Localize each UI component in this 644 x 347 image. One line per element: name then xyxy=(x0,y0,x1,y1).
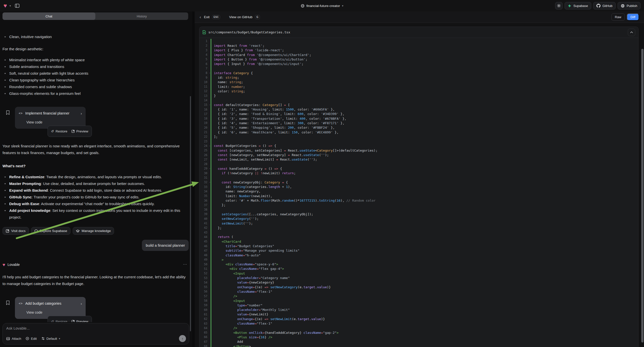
bookmark-icon[interactable] xyxy=(6,300,10,305)
code-line: 49 > xyxy=(200,258,638,262)
code-editor[interactable]: 1 2import React from 'react';3import { P… xyxy=(200,38,638,347)
line-number: 57 xyxy=(200,294,208,298)
code-text: </Button> xyxy=(211,344,251,347)
code-line: 62 onChange={(e) => setNewLimit(e.target… xyxy=(200,317,638,321)
code-text xyxy=(211,140,216,143)
list-item: Soft, neutral color palette with light b… xyxy=(2,70,189,77)
restore-button[interactable]: ↺ Restore xyxy=(51,318,68,322)
chevron-down-icon[interactable]: ▾ xyxy=(10,4,11,8)
assistant-header: ♥ Lovable ⋯ xyxy=(2,261,189,268)
tab-history[interactable]: History xyxy=(95,12,188,20)
github-button[interactable]: GitHub xyxy=(593,2,616,10)
preview-button[interactable]: Preview xyxy=(72,128,88,135)
code-line: 21 { id: '6', name: 'Healthcare', limit:… xyxy=(200,130,638,134)
line-number: 23 xyxy=(200,140,208,143)
code-line: 10 name: string; xyxy=(200,80,638,84)
line-number: 63 xyxy=(200,322,208,325)
chevron-right-icon[interactable]: › xyxy=(81,300,82,307)
code-line: 39 setCategories([...categories, newCate… xyxy=(200,212,638,216)
diff-toggle-button[interactable]: Diff xyxy=(627,14,639,21)
line-number: 17 xyxy=(200,112,208,116)
collapse-file-button[interactable] xyxy=(628,29,635,36)
chevron-right-icon[interactable]: › xyxy=(81,110,82,117)
code-line: 22]; xyxy=(200,134,638,139)
lovable-logo-icon[interactable]: ♥ xyxy=(4,3,7,9)
send-button[interactable]: ↑ xyxy=(179,335,186,342)
code-text: <div className="space-y-6"> xyxy=(211,262,278,266)
attach-button[interactable]: Attach xyxy=(6,337,21,340)
preview-button[interactable]: Preview xyxy=(72,318,88,322)
fold-chevron-icon[interactable]: ⌄ xyxy=(209,144,210,146)
file-header[interactable]: src/components/budget/BudgetCategories.t… xyxy=(200,27,638,38)
code-text: setNewCategory(''); xyxy=(211,217,259,220)
chat-scroll-area[interactable]: Clean, intuitive navigation For the desi… xyxy=(0,22,189,322)
supabase-icon xyxy=(568,4,571,8)
line-number: 31 xyxy=(200,176,208,180)
restore-button[interactable]: ↺ Restore xyxy=(51,128,68,135)
chevron-up-icon xyxy=(630,31,633,33)
view-code-link[interactable]: View code xyxy=(19,309,82,316)
explore-supabase-button[interactable]: Explore Supabase xyxy=(31,227,70,235)
visit-docs-button[interactable]: Visit docs xyxy=(2,227,29,235)
exit-button[interactable]: Exit xyxy=(204,15,210,19)
code-line: 32⌄ const newCategoryObj: Category = { xyxy=(200,180,638,184)
line-number: 5 xyxy=(200,58,208,61)
view-on-github-button[interactable]: View on GitHub xyxy=(229,15,252,19)
line-number: 47 xyxy=(200,249,208,252)
code-line: 8⌄interface Category { xyxy=(200,71,638,75)
line-number: 40 xyxy=(200,217,208,220)
fold-chevron-icon[interactable]: ⌄ xyxy=(209,103,210,106)
fold-chevron-icon[interactable]: ⌄ xyxy=(209,181,210,183)
version-card-implement-financial-planner[interactable]: <> Implement financial planner › View co… xyxy=(15,107,86,129)
fold-chevron-icon[interactable]: ⌄ xyxy=(209,167,210,169)
chevron-left-icon: ‹ xyxy=(200,15,201,20)
code-text: <div className="flex gap-4"> xyxy=(211,267,284,270)
mode-selector[interactable]: Default ▾ xyxy=(41,337,60,340)
code-line: 58 <Input xyxy=(200,298,638,303)
manage-knowledge-button[interactable]: Manage knowledge xyxy=(73,227,114,235)
code-text: const newCategoryObj: Category = { xyxy=(211,180,288,184)
code-text: > xyxy=(211,258,224,262)
restore-label: Restore xyxy=(56,318,67,322)
file-added-icon xyxy=(202,30,206,34)
line-number: 65 xyxy=(200,331,208,334)
code-text: import React from 'react'; xyxy=(211,44,264,48)
code-text: { id: '2', name: 'Food & Dining', limit:… xyxy=(211,112,344,116)
code-line: 35 limit: Number(newLimit), xyxy=(200,194,638,198)
code-text: }; xyxy=(211,203,226,207)
line-number: 50 xyxy=(200,262,208,266)
code-scrollbar[interactable] xyxy=(641,49,644,342)
chat-scrollbar[interactable] xyxy=(190,96,191,331)
edit-mode-button[interactable]: Edit xyxy=(26,337,36,340)
code-text: /> xyxy=(211,326,237,330)
code-line: 28 xyxy=(200,162,638,166)
restore-preview-toolbar: ↺ Restore Preview xyxy=(48,126,92,137)
code-line: 9 id: string; xyxy=(200,75,638,80)
code-text: import { Button } from '@/components/ui/… xyxy=(211,58,308,61)
code-line: 2import React from 'react'; xyxy=(200,43,638,48)
tab-chat[interactable]: Chat xyxy=(2,12,95,20)
code-line: 41 setNewLimit(''); xyxy=(200,221,638,226)
bookmark-icon[interactable] xyxy=(6,110,10,115)
code-line: 47 subtitle="Manage your spending limits… xyxy=(200,248,638,253)
chat-input[interactable] xyxy=(6,326,186,333)
edit-label: Edit xyxy=(31,337,36,340)
code-line: 36 color: '#' + Math.floor(Math.random()… xyxy=(200,198,638,202)
settings-button[interactable] xyxy=(555,2,562,10)
code-text: interface Category { xyxy=(211,71,253,75)
project-switcher[interactable]: financial-future-creator ▾ xyxy=(301,0,344,12)
code-text: const BudgetCategories = () => { xyxy=(211,144,276,148)
line-number: 2 xyxy=(200,44,208,47)
project-name: financial-future-creator xyxy=(306,4,340,8)
raw-toggle-button[interactable]: Raw xyxy=(612,14,625,21)
line-number: 6 xyxy=(200,62,208,66)
github-icon xyxy=(596,4,600,8)
view-code-link[interactable]: View code xyxy=(19,119,82,126)
target-icon xyxy=(26,337,29,340)
fold-chevron-icon[interactable]: ⌄ xyxy=(209,72,210,74)
supabase-button[interactable]: Supabase xyxy=(564,2,591,10)
version-card-add-budget-categories[interactable]: <> Add budget categories › View code xyxy=(15,297,86,319)
more-menu-icon[interactable]: ⋯ xyxy=(183,261,187,268)
publish-button[interactable]: Publish xyxy=(618,2,640,10)
toggle-sidebar-button[interactable] xyxy=(14,2,21,10)
